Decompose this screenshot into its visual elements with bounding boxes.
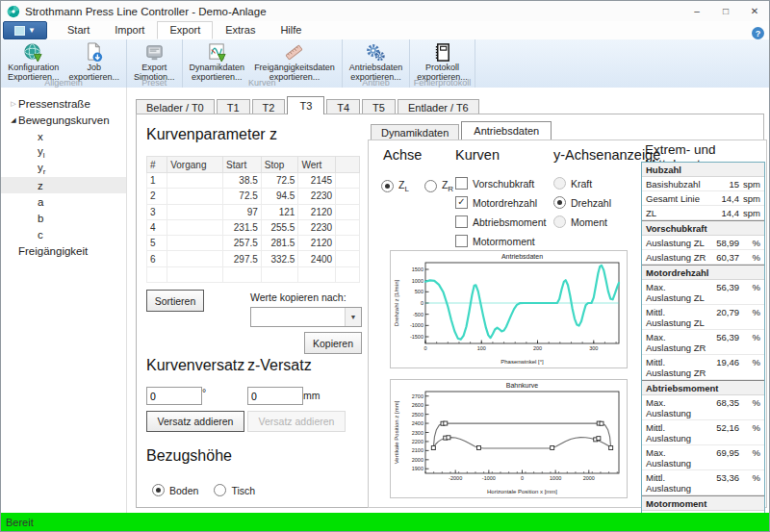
svg-text:2000: 2000 — [583, 475, 595, 481]
ribbon-tab-export[interactable]: Export — [157, 21, 213, 39]
extrem-label: Mittl. Auslastung ZR — [646, 357, 710, 378]
station-tab-page: Kurvenparameter z #VorgangStartStopWert1… — [136, 114, 764, 508]
checkbox-abtriebsmoment[interactable]: Abtriebsmoment — [455, 215, 546, 228]
svg-text:-1000: -1000 — [410, 322, 424, 328]
data-tab-dynamikdaten[interactable]: Dynamikdaten — [371, 124, 459, 140]
add-offset-button[interactable]: Versatz addieren — [146, 411, 244, 432]
table-row[interactable]: 3971212120 — [147, 204, 360, 219]
table-header: Wert — [298, 157, 336, 173]
extrem-row: Max. Auslastung ZR56,39% — [642, 330, 764, 355]
sidebar-item-yl[interactable]: yl — [1, 144, 126, 161]
sidebar-item-a[interactable]: a — [1, 193, 126, 210]
chevron-down-icon[interactable]: ▼ — [345, 308, 361, 326]
svg-text:100: 100 — [477, 345, 486, 351]
checkbox-icon[interactable] — [455, 177, 468, 190]
sidebar-item-b[interactable]: b — [1, 210, 126, 226]
sort-button[interactable]: Sortieren — [146, 290, 204, 312]
table-row[interactable]: 6297.5332.52400 — [147, 251, 360, 266]
radio-drehzahl[interactable]: Drehzahl — [553, 196, 611, 209]
checkbox-motormoment[interactable]: Motormoment — [455, 235, 546, 247]
sidebar-item-z[interactable]: z — [1, 177, 126, 193]
table-row[interactable] — [147, 266, 360, 282]
sidebar-item-c[interactable]: c — [1, 226, 126, 242]
table-row[interactable]: 138.572.52145 — [147, 173, 360, 189]
extrem-value: 14,4 — [710, 193, 739, 204]
sidebar-item-bewegungskurven[interactable]: ◢Bewegungskurven — [1, 112, 126, 128]
extrem-label: Gesamt Linie — [646, 193, 710, 204]
extrem-value: 15 — [710, 179, 739, 190]
page-tab-t3[interactable]: T3 — [287, 96, 324, 114]
title-bar: Strothmann Press Line Controller - Demo-… — [1, 1, 769, 21]
radio-boden[interactable]: Boden — [152, 484, 198, 496]
table-row[interactable]: 5257.5281.52120 — [147, 236, 360, 251]
curve-offset-input[interactable] — [146, 387, 202, 405]
sidebar-item-freig-ngigkeit[interactable]: Freigängigkeit — [1, 242, 126, 259]
table-cell: 257.5 — [223, 236, 262, 251]
table-row[interactable]: 272.594.52230 — [147, 189, 360, 204]
table-cell: 4 — [147, 219, 167, 235]
option-label: Moment — [571, 216, 607, 228]
minimize-button[interactable]: – — [682, 1, 711, 21]
ribbon-group-antrieb: Antriebsdatenexportieren...Antrieb — [343, 39, 411, 88]
document-export-icon — [84, 42, 104, 63]
radio-zr[interactable]: ZR — [424, 179, 453, 193]
checkbox-vorschubkraft[interactable]: Vorschubkraft — [455, 177, 546, 190]
help-icon[interactable]: ? — [752, 27, 764, 39]
close-button[interactable]: ✕ — [740, 1, 769, 21]
sidebar-item-label: a — [38, 196, 43, 208]
table-cell: 2230 — [298, 189, 336, 204]
checkbox-motordrehzahl[interactable]: ✓Motordrehzahl — [455, 196, 546, 209]
extrem-label: Auslastung ZL — [646, 238, 710, 248]
option-label: Vorschubkraft — [473, 178, 534, 190]
sidebar-item-x[interactable]: x — [1, 128, 126, 144]
extrem-row: Mittl. Auslastung52,16% — [642, 420, 764, 445]
window-title: Strothmann Press Line Controller - Demo-… — [25, 6, 267, 17]
tree-collapsed-icon[interactable]: ▷ — [9, 100, 18, 108]
table-cell — [336, 219, 360, 235]
svg-text:2200: 2200 — [412, 439, 424, 444]
radio-selected-icon[interactable] — [152, 484, 165, 496]
radio-tisch[interactable]: Tisch — [214, 484, 255, 496]
table-row[interactable]: 4231.5255.52230 — [147, 219, 360, 235]
option-label: Tisch — [231, 485, 255, 496]
checkbox-checked-icon[interactable]: ✓ — [455, 196, 468, 209]
sidebar-item-pressenstra-e[interactable]: ▷Pressenstraße — [1, 95, 126, 112]
radio-selected-icon[interactable] — [553, 196, 566, 209]
extrem-value: 58,99 — [710, 238, 739, 248]
z-offset-input[interactable] — [247, 387, 303, 405]
ribbon-tab-hilfe[interactable]: Hilfe — [268, 21, 314, 39]
ribbon-tab-extras[interactable]: Extras — [213, 21, 268, 39]
z-offset-unit: mm — [303, 390, 321, 401]
copy-target-combobox[interactable]: ▼ — [250, 307, 362, 327]
option-label: Kraft — [571, 178, 592, 190]
curve-offset-unit: ° — [202, 387, 206, 398]
ribbon-group-label: Preset — [127, 78, 182, 88]
extrem-value: 56,39 — [710, 332, 739, 353]
radio-icon[interactable] — [214, 484, 226, 496]
maximize-button[interactable]: □ — [711, 1, 740, 21]
sidebar-item-yr[interactable]: yr — [1, 161, 126, 177]
checkbox-icon[interactable] — [455, 215, 468, 228]
svg-text:2600: 2600 — [412, 402, 424, 408]
extrem-label: Mittl. Auslastung — [646, 472, 710, 494]
extrem-row: Max. Auslastung69,95% — [642, 445, 764, 470]
svg-text:Antriebsdaten: Antriebsdaten — [501, 253, 543, 260]
radio-icon[interactable] — [424, 180, 437, 192]
extrem-unit: % — [739, 238, 760, 248]
copy-button[interactable]: Kopieren — [304, 332, 362, 354]
ribbon-tab-import[interactable]: Import — [102, 21, 157, 39]
svg-text:Horizontale Position x [mm]: Horizontale Position x [mm] — [487, 489, 557, 494]
app-menu-button[interactable]: ▼ — [3, 21, 47, 39]
table-header: Start — [223, 157, 262, 173]
checkbox-icon[interactable] — [455, 235, 468, 247]
table-cell — [167, 173, 223, 189]
radio-selected-icon[interactable] — [381, 180, 394, 192]
tree-expanded-icon[interactable]: ◢ — [9, 116, 18, 124]
drive-speed-chart: Antriebsdaten0100200300-1500-1000-500050… — [390, 250, 628, 368]
data-tab-antriebsdaten[interactable]: Antriebsdaten — [461, 121, 552, 139]
table-cell: 2 — [147, 189, 167, 204]
sidebar-item-label: Freigängigkeit — [18, 245, 88, 257]
extrem-value: 68,35 — [710, 397, 739, 418]
radio-zl[interactable]: ZL — [381, 179, 409, 193]
ribbon-tab-start[interactable]: Start — [55, 21, 102, 39]
